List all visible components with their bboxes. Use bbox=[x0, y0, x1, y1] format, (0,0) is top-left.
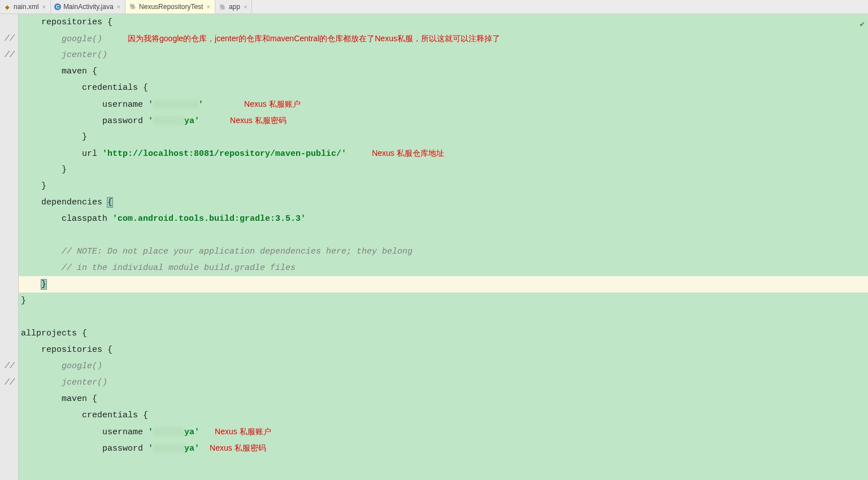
code-text: maven { bbox=[21, 67, 97, 76]
file-xml-icon: ◆ bbox=[3, 3, 11, 11]
tab-label: NexusRepositoryTest bbox=[139, 3, 203, 11]
tab-label: MainActivity.java bbox=[63, 3, 113, 11]
gutter-comment-marker: // bbox=[5, 358, 14, 374]
code-text: password bbox=[21, 116, 148, 126]
code-text: classpath bbox=[21, 214, 112, 224]
code-text: } bbox=[21, 181, 46, 191]
close-icon[interactable]: × bbox=[41, 3, 47, 10]
code-comment: google() bbox=[21, 361, 102, 371]
code-comment: jcenter() bbox=[21, 378, 107, 387]
file-gradle-icon: 🐘 bbox=[219, 3, 227, 11]
annotation-username: Nexus 私服账户 bbox=[215, 427, 271, 436]
code-text: credentials { bbox=[21, 411, 148, 420]
gutter-comment-marker: // bbox=[5, 47, 14, 63]
annotation-password: Nexus 私服密码 bbox=[230, 116, 287, 125]
annotation-url: Nexus 私服仓库地址 bbox=[372, 149, 444, 158]
annotation-comment-repos: 因为我将google的仓库，jcenter的仓库和mavenCentral的仓库… bbox=[128, 34, 500, 43]
code-panel[interactable]: ✔ repositories { google() 因为我将google的仓库，… bbox=[19, 14, 868, 480]
code-string: 'com.android.tools.build:gradle:3.5.3' bbox=[112, 214, 306, 224]
close-icon[interactable]: × bbox=[116, 3, 121, 10]
code-string: 'http://localhost:8081/repository/maven-… bbox=[102, 149, 346, 159]
code-comment: jcenter() bbox=[21, 50, 107, 60]
code-comment: // in the individual module build.gradle… bbox=[21, 263, 296, 273]
tab-app[interactable]: 🐘 app × bbox=[215, 0, 252, 14]
tab-nain-xml[interactable]: ◆ nain.xml × bbox=[0, 0, 51, 14]
code-comment: google() bbox=[21, 34, 102, 44]
file-gradle-icon: 🐘 bbox=[129, 3, 137, 11]
redacted-password bbox=[153, 444, 184, 453]
code-text: } bbox=[21, 165, 67, 174]
code-text: maven { bbox=[21, 394, 97, 404]
code-text bbox=[21, 280, 41, 289]
code-text: username bbox=[21, 100, 148, 110]
code-comment: // NOTE: Do not place your application d… bbox=[21, 247, 413, 256]
code-text: repositories { bbox=[21, 345, 112, 355]
annotation-username: Nexus 私服账户 bbox=[244, 99, 301, 108]
code-editor[interactable]: // // // // ✔ repositories { google() 因为… bbox=[0, 14, 868, 480]
code-text: repositories { bbox=[21, 18, 112, 27]
code-text: allprojects { bbox=[21, 329, 87, 338]
tab-mainactivity[interactable]: C MainActivity.java × bbox=[51, 0, 125, 14]
code-text: dependencies bbox=[21, 198, 107, 207]
inspection-ok-icon: ✔ bbox=[860, 16, 865, 33]
gutter-comment-marker: // bbox=[5, 30, 14, 47]
gutter-comment-marker: // bbox=[5, 374, 14, 391]
annotation-password: Nexus 私服密码 bbox=[210, 443, 266, 452]
code-text: url bbox=[21, 149, 102, 159]
code-text: credentials { bbox=[21, 83, 148, 93]
redacted-username bbox=[153, 427, 184, 437]
tab-nexus-repository-test[interactable]: 🐘 NexusRepositoryTest × bbox=[125, 0, 215, 14]
close-icon[interactable]: × bbox=[242, 3, 248, 10]
code-text: password bbox=[21, 444, 148, 453]
tab-label: nain.xml bbox=[14, 3, 39, 11]
matched-brace: } bbox=[41, 280, 46, 289]
close-icon[interactable]: × bbox=[205, 3, 211, 10]
code-text: } bbox=[21, 132, 87, 142]
file-java-icon: C bbox=[54, 3, 61, 10]
editor-tab-bar: ◆ nain.xml × C MainActivity.java × 🐘 Nex… bbox=[0, 0, 868, 14]
redacted-password bbox=[153, 116, 184, 125]
editor-gutter: // // // // bbox=[0, 14, 19, 480]
code-text: } bbox=[21, 296, 26, 306]
matched-brace: { bbox=[107, 198, 112, 207]
tab-label: app bbox=[229, 3, 240, 11]
redacted-username bbox=[153, 100, 198, 109]
code-text: username bbox=[21, 427, 148, 437]
